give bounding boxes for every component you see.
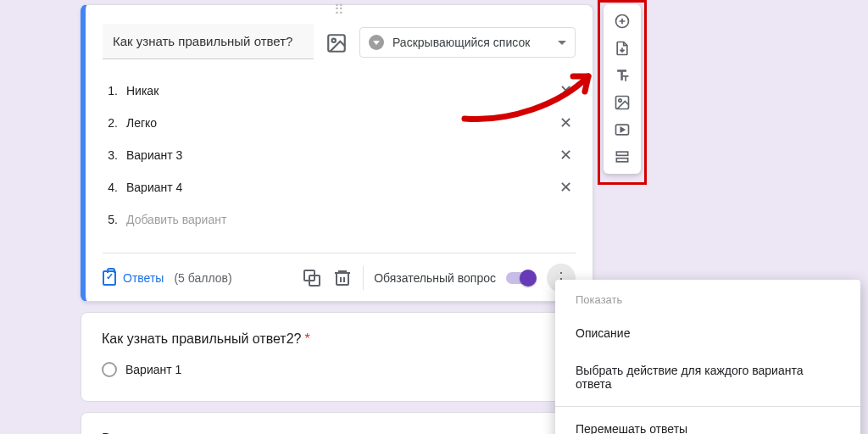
svg-rect-4 — [337, 273, 348, 285]
question-3-title: Вопрос — [81, 413, 593, 434]
question-type-dropdown[interactable]: Раскрывающийся список — [359, 27, 576, 58]
option-number: 5. — [103, 213, 118, 226]
answer-key-button[interactable]: Ответы — [103, 270, 164, 286]
option-row[interactable]: 4.Вариант 4✕ — [103, 171, 576, 203]
option-label[interactable]: Вариант 3 — [126, 148, 547, 162]
svg-point-1 — [332, 39, 336, 42]
radio-icon — [102, 362, 117, 377]
svg-point-7 — [619, 99, 621, 102]
add-section-button[interactable] — [609, 145, 636, 169]
answers-label: Ответы — [123, 271, 164, 285]
question-card-2[interactable]: Как узнать правильный ответ2?* Вариант 1 — [81, 312, 593, 402]
required-mark: * — [304, 331, 309, 346]
add-title-button[interactable] — [609, 64, 636, 87]
more-options-menu: Показать Описание Выбрать действие для к… — [555, 280, 860, 434]
option-row[interactable]: 3.Вариант 3✕ — [103, 139, 576, 171]
menu-header: Показать — [555, 293, 860, 314]
svg-rect-10 — [616, 159, 627, 162]
clipboard-check-icon — [103, 270, 116, 286]
question-title-input[interactable] — [103, 24, 314, 59]
add-image-button[interactable] — [609, 91, 636, 114]
delete-button[interactable] — [332, 268, 353, 288]
q2-option-label: Вариант 1 — [125, 363, 181, 376]
remove-option-icon[interactable]: ✕ — [555, 81, 576, 100]
option-number: 1. — [103, 84, 118, 97]
add-image-icon[interactable] — [326, 32, 348, 54]
option-row[interactable]: 1.Никак✕ — [103, 75, 576, 107]
menu-item-description[interactable]: Описание — [555, 314, 860, 352]
question-card-3[interactable]: Вопрос — [81, 412, 593, 434]
remove-option-icon[interactable]: ✕ — [555, 114, 576, 132]
add-question-button[interactable] — [609, 9, 636, 33]
svg-rect-9 — [616, 152, 627, 155]
add-video-button[interactable] — [609, 118, 636, 142]
score-label: (5 баллов) — [174, 271, 231, 285]
dropdown-type-icon — [369, 35, 384, 50]
question-2-title: Как узнать правильный ответ2?* — [102, 331, 572, 347]
menu-separator — [555, 406, 860, 407]
drag-handle-icon[interactable]: ⠿ — [86, 5, 593, 17]
option-label[interactable]: Добавить вариант — [126, 213, 576, 226]
option-number: 2. — [103, 116, 118, 130]
menu-item-branching[interactable]: Выбрать действие для каждого варианта от… — [555, 352, 860, 403]
required-toggle[interactable] — [506, 272, 535, 284]
remove-option-icon[interactable]: ✕ — [555, 146, 576, 164]
option-label[interactable]: Никак — [126, 84, 547, 97]
option-label[interactable]: Легко — [126, 116, 547, 130]
add-option-row[interactable]: 5.Добавить вариант — [103, 203, 576, 236]
chevron-down-icon — [558, 41, 566, 45]
question-card-1[interactable]: ⠿ Раскрывающийся список 1.Никак✕2.Легко✕… — [81, 4, 593, 302]
q2-option-1[interactable]: Вариант 1 — [102, 362, 572, 377]
question-type-label: Раскрывающийся список — [392, 36, 530, 49]
option-row[interactable]: 2.Легко✕ — [103, 107, 576, 139]
menu-item-shuffle[interactable]: Перемешать ответы — [555, 410, 860, 434]
option-label[interactable]: Вариант 4 — [126, 181, 547, 194]
side-toolbar — [604, 4, 641, 174]
option-number: 4. — [103, 181, 118, 194]
option-number: 3. — [103, 148, 118, 162]
duplicate-button[interactable] — [302, 268, 322, 288]
remove-option-icon[interactable]: ✕ — [555, 178, 576, 197]
required-label: Обязательный вопрос — [374, 271, 496, 285]
import-questions-button[interactable] — [609, 36, 636, 60]
